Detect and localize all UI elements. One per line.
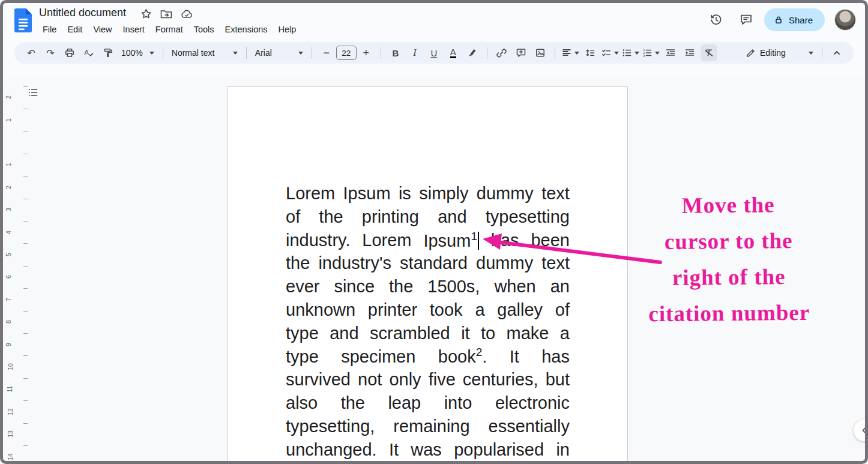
divider	[822, 47, 822, 59]
divider	[555, 47, 555, 59]
undo-button[interactable]: ↶	[23, 44, 40, 61]
increase-indent-button[interactable]	[681, 44, 698, 61]
show-document-outline-button[interactable]	[25, 85, 41, 100]
text-line[interactable]: typeandscrambledittomakea	[286, 322, 570, 345]
align-button[interactable]	[561, 44, 579, 61]
menu-insert[interactable]: Insert	[118, 23, 150, 36]
star-icon[interactable]	[140, 8, 152, 20]
menu-file[interactable]: File	[37, 23, 62, 36]
increase-font-size-button[interactable]: +	[358, 44, 375, 61]
font-size-input[interactable]: 22	[336, 46, 357, 60]
ruler-label: 11	[6, 386, 13, 393]
annotation-line: Move the	[634, 187, 822, 224]
bold-button[interactable]: B	[387, 44, 404, 61]
text-line[interactable]: unknownprintertookagalleyof	[286, 298, 570, 322]
text-line[interactable]: typespecimenbook2.Ithas	[286, 345, 570, 369]
underline-button[interactable]: U	[426, 44, 442, 61]
add-comment-button[interactable]	[513, 44, 529, 61]
bullet-list-button[interactable]	[621, 44, 639, 61]
hide-menus-button[interactable]	[828, 44, 845, 61]
spellcheck-icon: A	[83, 47, 94, 58]
citation-number[interactable]: 2	[476, 346, 483, 358]
numbered-list-button[interactable]: 1 2 3	[642, 44, 660, 61]
italic-button[interactable]: I	[406, 44, 423, 61]
text-line[interactable]: theindustry'sstandarddummytext	[286, 252, 570, 275]
highlight-color-button[interactable]	[464, 44, 481, 61]
document-page[interactable]: LoremIpsumissimplydummytextoftheprinting…	[228, 86, 628, 464]
open-comments-button[interactable]	[734, 8, 758, 32]
ruler-tick	[23, 154, 28, 154]
divider	[381, 47, 381, 59]
menu-format[interactable]: Format	[150, 23, 188, 36]
paint-format-icon	[103, 47, 113, 58]
ruler-tick	[23, 243, 28, 244]
text-line[interactable]: oftheprintingandtypesetting	[286, 205, 570, 229]
decrease-indent-button[interactable]	[662, 44, 679, 61]
ruler-label: 5	[5, 253, 12, 256]
font-select[interactable]: Arial	[253, 44, 306, 61]
citation-number[interactable]: 1	[471, 230, 477, 243]
font-value: Arial	[255, 48, 272, 58]
text-line[interactable]: typesetting,remainingessentially	[286, 415, 570, 438]
chevron-down-icon	[574, 52, 579, 55]
ruler-tick	[23, 445, 28, 446]
spellcheck-button[interactable]: A	[80, 44, 97, 61]
folder-move-icon[interactable]	[160, 8, 172, 20]
ruler-tick	[23, 266, 28, 267]
menu-view[interactable]: View	[88, 23, 117, 36]
docs-logo[interactable]	[14, 8, 32, 32]
annotation-line: cursor to the	[634, 223, 822, 261]
menu-help[interactable]: Help	[273, 23, 302, 36]
menu-tools[interactable]: Tools	[188, 23, 220, 36]
divider	[163, 47, 163, 59]
text-line[interactable]: survivednotonlyfivecenturies,but	[286, 368, 570, 391]
ruler-label: 13	[7, 430, 14, 438]
document-outline-icon	[27, 86, 39, 98]
insert-image-button[interactable]	[532, 44, 549, 61]
document-text[interactable]: LoremIpsumissimplydummytextoftheprinting…	[286, 182, 570, 462]
side-panel-toggle-button[interactable]	[854, 420, 868, 441]
line-spacing-button[interactable]	[582, 44, 598, 61]
document-title[interactable]: Untitled document	[39, 7, 126, 19]
ruler-label: 2	[5, 95, 12, 99]
divider	[246, 47, 247, 59]
vertical-ruler[interactable]: 211234567891011121314	[3, 78, 29, 464]
ruler-label: 10	[7, 363, 14, 370]
menu-edit[interactable]: Edit	[62, 23, 88, 36]
menu-bar: FileEditViewInsertFormatToolsExtensionsH…	[37, 23, 301, 36]
redo-icon: ↷	[46, 47, 54, 59]
share-button[interactable]: Share	[764, 8, 825, 31]
menu-extensions[interactable]: Extensions	[220, 23, 273, 36]
text-line[interactable]: alsotheleapintoelectronic	[286, 391, 570, 415]
zoom-select[interactable]: 100%	[119, 44, 157, 61]
text-line[interactable]: LoremIpsumissimplydummytext	[286, 182, 570, 205]
ruler-tick	[23, 311, 28, 312]
mode-select[interactable]: Editing	[743, 44, 816, 61]
ruler-label: 9	[5, 343, 12, 346]
document-canvas: 211234567891011121314 LoremIpsumissimply…	[0, 78, 868, 464]
paint-format-button[interactable]	[100, 44, 116, 61]
text-color-button[interactable]: A	[445, 44, 462, 61]
print-button[interactable]	[61, 44, 78, 61]
avatar[interactable]	[834, 9, 856, 31]
insert-link-button[interactable]	[493, 44, 510, 61]
toolbar: ↶ ↷ A 100% Normal text Arial	[14, 42, 854, 64]
checklist-button[interactable]	[601, 44, 619, 61]
chevron-down-icon	[149, 52, 154, 55]
divider	[487, 47, 487, 59]
paragraph-style-select[interactable]: Normal text	[169, 44, 240, 61]
chevron-down-icon	[298, 52, 303, 55]
text-line[interactable]: industry.LoremIpsum1hasbeen	[286, 229, 570, 252]
text-line[interactable]: unchanged.Itwaspopularisedin	[286, 438, 570, 462]
chevron-left-icon	[860, 426, 868, 435]
version-history-button[interactable]	[704, 8, 728, 32]
decrease-font-size-button[interactable]: −	[318, 44, 335, 61]
ruler-label: 4	[5, 230, 12, 234]
text-line[interactable]: eversincethe1500s,whenan	[286, 275, 570, 298]
paragraph-style-value: Normal text	[172, 48, 215, 58]
clear-formatting-button[interactable]	[701, 44, 717, 61]
google-docs-window: Untitled document FileEditViewInsertForm…	[0, 0, 868, 464]
redo-button[interactable]: ↷	[42, 44, 59, 61]
cloud-check-icon[interactable]	[181, 8, 193, 20]
annotation-line: citation number	[636, 295, 824, 333]
